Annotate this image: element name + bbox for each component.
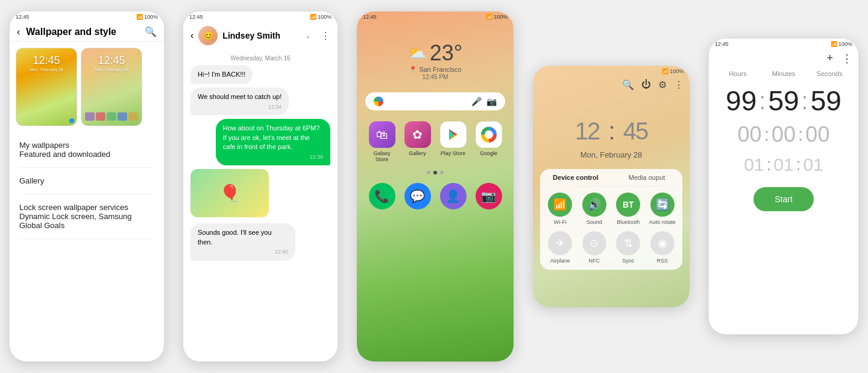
tab-device-control[interactable]: Device control (540, 169, 611, 186)
quick-settings-content: 📶 100% 🔍 ⏻ ⚙ ⋮ 12 : 45 Mon, February 28 … (533, 66, 690, 307)
power-icon[interactable]: ⏻ (641, 79, 651, 91)
menu-item-mywallpapers[interactable]: My wallpapers Featured and downloaded (19, 132, 154, 168)
message-image-wrapper: 🎈 (190, 169, 330, 220)
dock-icon-messages: 💬 (404, 183, 431, 209)
status-bar-4: 📶 100% (533, 66, 690, 77)
weather-city: 📍 San Francisco (357, 66, 514, 74)
battery-4: 100% (670, 68, 684, 74)
search-bar[interactable]: 🎤 📷 (365, 92, 505, 110)
menu-item-lockscreen[interactable]: Lock screen wallpaper services Dynamic L… (19, 194, 154, 239)
sync-circle: ⇅ (616, 231, 640, 255)
battery-5: 100% (838, 41, 852, 47)
ctrl-wifi-label: Wi-Fi (554, 219, 567, 225)
app-play-store[interactable]: Play Store (438, 121, 468, 162)
wallpaper-menu: My wallpapers Featured and downloaded Ga… (10, 132, 164, 239)
timer-header-minutes: Minutes (761, 70, 807, 77)
timer-sub2-display: 01 : 01 : 01 (709, 155, 858, 175)
ctrl-sound[interactable]: 🔊 Sound (580, 193, 609, 225)
weather-icon: ⛅ (408, 45, 426, 62)
status-time-3: 12:45 (363, 14, 377, 20)
message-date: Wednesday, March 16 (183, 49, 338, 65)
search-icon-4[interactable]: 🔍 (622, 79, 634, 91)
colon-4: : (798, 124, 803, 145)
dot-3 (440, 171, 444, 174)
thumb-clock-1: 12:45 (16, 54, 77, 67)
colon-3: : (764, 124, 769, 145)
rss-circle: ◉ (650, 231, 675, 255)
ctrl-nfc-label: NFC (589, 258, 600, 264)
phone-messaging: 12:45 📶 100% ‹ 😊 Lindsey Smith ⌄ ⋮ Wedne… (183, 11, 338, 362)
timer-minutes: 59 (768, 84, 799, 117)
ctrl-rss[interactable]: ◉ RSS (649, 231, 677, 264)
app-galaxy-store[interactable]: 🛍 Galaxy Store (366, 121, 397, 162)
chevron-down-icon[interactable]: ⌄ (305, 31, 311, 40)
thumb-date-2: Mon, February 28 (81, 68, 142, 72)
quick-settings-topbar: 🔍 ⏻ ⚙ ⋮ (533, 77, 690, 93)
dock-icon-phone: 📞 (369, 183, 395, 209)
start-button[interactable]: Start (753, 187, 814, 211)
more-icon[interactable]: ⋮ (321, 30, 330, 42)
ctrl-bluetooth[interactable]: BT Bluetooth (614, 193, 643, 225)
plus-icon[interactable]: + (826, 52, 833, 65)
ctrl-airplane-label: Airplane (550, 258, 570, 264)
dock-phone[interactable]: 📞 (366, 183, 397, 209)
timer-sub-display: 00 : 00 : 00 (709, 122, 858, 155)
battery-2: 100% (318, 14, 332, 20)
app-icon-google (476, 121, 502, 148)
more-icon-5[interactable]: ⋮ (841, 52, 852, 65)
tab-media-output[interactable]: Media ouput (611, 169, 682, 186)
message-bubble-sent: How about on Thursday at 6PM? If you are… (216, 119, 330, 165)
app-gallery[interactable]: ✿ Gallery (402, 121, 433, 162)
timer-sub2-seconds: 01 (803, 155, 823, 175)
menu-item-gallery[interactable]: Gallery (19, 168, 154, 194)
camera-search-icon[interactable]: 📷 (486, 97, 497, 106)
selected-indicator (69, 118, 74, 123)
dock-messages[interactable]: 💬 (402, 183, 433, 209)
back-icon-msg[interactable]: ‹ (190, 30, 193, 41)
status-bar-1: 12:45 📶 100% (10, 11, 164, 22)
ctrl-airplane[interactable]: ✈ Airplane (546, 231, 574, 264)
wallpaper-thumb-2[interactable]: 12:45 Mon, February 28 (81, 48, 142, 126)
mic-icon[interactable]: 🎤 (471, 97, 482, 106)
page-title: Wallpaper and style (26, 27, 145, 37)
ctrl-rotate-label: Auto rotate (649, 219, 676, 225)
back-icon[interactable]: ‹ (17, 27, 20, 37)
app-icon-galaxy-store: 🛍 (369, 121, 395, 148)
status-icons-5: 📶 100% (831, 41, 852, 47)
sound-circle: 🔊 (582, 193, 606, 217)
weather-widget: ⛅ 23° 📍 San Francisco 12:45 PM (357, 22, 514, 86)
wifi-icon-5: 📶 (831, 41, 837, 47)
status-bar-5: 12:45 📶 100% (709, 39, 858, 49)
more-icon-4[interactable]: ⋮ (674, 79, 684, 91)
settings-icon[interactable]: ⚙ (658, 79, 667, 91)
timer-header-seconds: Seconds (807, 70, 852, 77)
ctrl-nfc[interactable]: ⊙ NFC (580, 231, 609, 264)
dock-contacts[interactable]: 👤 (438, 183, 468, 209)
search-icon[interactable]: 🔍 (145, 26, 157, 37)
ctrl-auto-rotate[interactable]: 🔄 Auto rotate (649, 193, 677, 225)
ctrl-wifi[interactable]: 📶 Wi-Fi (546, 193, 574, 225)
wifi-icon-2: 📶 (310, 14, 316, 20)
status-time-2: 12:45 (189, 14, 203, 20)
wallpaper-thumb-1[interactable]: 12:45 Mon, February 28 (16, 48, 77, 126)
app-icon-play-store (440, 121, 467, 148)
colon-2: : (802, 88, 808, 115)
timer-sub2-minutes: 01 (773, 155, 793, 175)
timer-header-hours: Hours (715, 70, 761, 77)
wifi-icon-3: 📶 (486, 14, 492, 20)
ctrl-sync[interactable]: ⇅ Sync (614, 231, 643, 264)
contact-avatar: 😊 (198, 26, 218, 45)
quick-controls: 📶 Wi-Fi 🔊 Sound BT Bluetooth 🔄 Auto rota… (540, 186, 682, 270)
app-google[interactable]: Google (473, 121, 504, 162)
message-bubble-received-3: Sounds good. I'll see you then. 12:40 (190, 223, 295, 260)
timer-seconds: 59 (811, 84, 841, 117)
weather-time: 12:45 PM (357, 74, 514, 80)
status-icons-2: 📶 100% (310, 14, 332, 20)
apps-grid: 🛍 Galaxy Store ✿ Gallery Play Store (357, 116, 514, 167)
message-image: 🎈 (190, 169, 269, 217)
thumb-clock-2: 12:45 (81, 54, 142, 67)
message-bubble-received-1: Hi~! I'm BACK!!! (190, 65, 253, 84)
phone-timer: 12:45 📶 100% + ⋮ Hours Minutes Seconds 9… (709, 39, 858, 334)
dock-camera[interactable]: 📷 (473, 183, 504, 209)
timer-sub-seconds: 00 (805, 122, 829, 147)
